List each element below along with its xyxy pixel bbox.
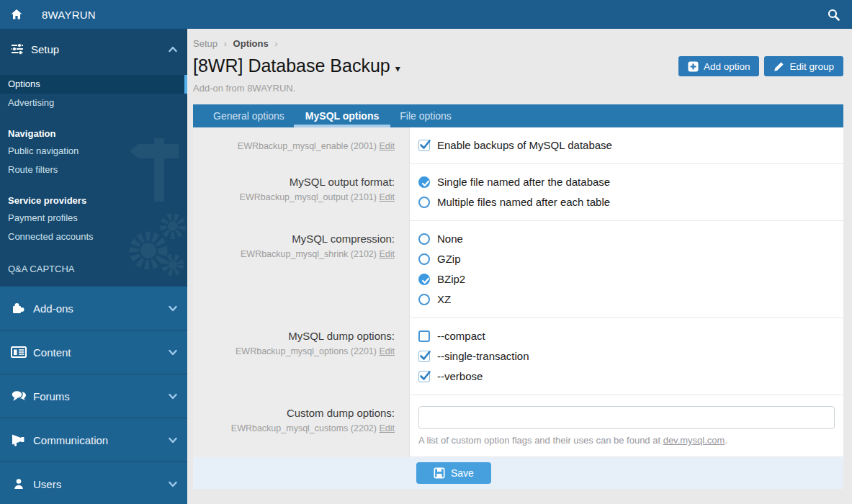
checkbox-icon [418, 351, 430, 362]
option-title: MySQL dump options: [200, 329, 395, 343]
chat-bubbles-icon [10, 390, 27, 402]
breadcrumb-setup[interactable]: Setup [193, 38, 218, 49]
sidebar-item-payment-profiles[interactable]: Payment profiles [0, 209, 187, 228]
row-control-compression: None GZip BZip2 XZ [409, 221, 843, 318]
sidebar-item-options[interactable]: Options [0, 75, 187, 94]
radio-icon [418, 233, 430, 245]
radio-bzip2[interactable]: BZip2 [418, 272, 835, 287]
title-dropdown-caret[interactable]: ▾ [395, 63, 400, 74]
sidebar-group-header: Service providers [0, 193, 187, 209]
sidebar-section-content[interactable]: Content [0, 330, 187, 374]
sidebar: Setup Options Advertising Navigation Pub… [0, 29, 187, 504]
option-label: --verbose [437, 369, 483, 384]
radio-xz[interactable]: XZ [418, 292, 835, 307]
radio-icon [418, 253, 430, 265]
edit-link[interactable]: Edit [379, 192, 395, 202]
option-title: MySQL output format: [200, 175, 395, 189]
option-title: MySQL compression: [200, 232, 395, 246]
edit-link[interactable]: Edit [379, 141, 395, 151]
person-icon [10, 477, 27, 490]
save-label: Save [451, 467, 474, 479]
breadcrumb-separator: › [224, 38, 227, 49]
sidebar-section-label: Content [33, 346, 169, 359]
sidebar-item-label: Options [8, 78, 40, 89]
custom-dump-options-input[interactable] [418, 406, 835, 429]
option-label: Enable backups of MySQL database [437, 138, 612, 153]
chevron-down-icon [169, 393, 177, 400]
option-code-text: EWRbackup_mysql_shrink (2102) [241, 249, 377, 259]
sidebar-item-connected-accounts[interactable]: Connected accounts [0, 228, 187, 246]
tab-mysql-options[interactable]: MySQL options [296, 104, 388, 127]
option-label: XZ [437, 292, 451, 307]
row-label-output-format: MySQL output format: EWRbackup_mysql_out… [193, 164, 409, 221]
option-label: None [437, 232, 463, 246]
sidebar-section-setup-header[interactable]: Setup [0, 29, 187, 69]
save-button[interactable]: Save [416, 462, 491, 484]
option-code: EWRbackup_mysql_enable (2001) Edit [200, 140, 395, 152]
breadcrumb-separator: › [274, 38, 277, 49]
custom-options-hint: A list of custom option flags and their … [418, 435, 835, 446]
option-label: BZip2 [437, 272, 465, 287]
dev-mysql-link[interactable]: dev.mysql.com [663, 435, 725, 446]
sidebar-group-captcha: Q&A CAPTCHA [0, 260, 187, 279]
edit-link[interactable]: Edit [379, 249, 395, 259]
sidebar-item-qa-captcha[interactable]: Q&A CAPTCHA [0, 260, 187, 279]
sidebar-section-label: Add-ons [33, 302, 169, 315]
edit-link[interactable]: Edit [379, 346, 395, 356]
add-option-button[interactable]: Add option [678, 56, 760, 76]
plus-square-icon [688, 61, 699, 72]
edit-link[interactable]: Edit [379, 423, 395, 433]
options-form: EWRbackup_mysql_enable (2001) Edit Enabl… [193, 127, 843, 489]
row-control-dump-options: --compact --single-transaction --verbose [409, 318, 843, 395]
option-code: EWRbackup_mysql_output (2101) Edit [200, 192, 395, 203]
radio-icon [418, 176, 430, 188]
checkbox-verbose[interactable]: --verbose [418, 369, 835, 384]
sidebar-item-route-filters[interactable]: Route filters [0, 161, 187, 179]
sidebar-item-label: Public navigation [8, 145, 79, 156]
home-button[interactable] [0, 0, 33, 29]
option-label: --single-transaction [437, 349, 529, 364]
option-label: Multiple files named after each table [437, 195, 610, 210]
sidebar-item-public-navigation[interactable]: Public navigation [0, 142, 187, 161]
sidebar-section-forums[interactable]: Forums [0, 374, 187, 418]
megaphone-icon [10, 433, 27, 446]
header-actions: Add option Edit group [673, 56, 843, 76]
tab-file-options[interactable]: File options [390, 104, 461, 127]
topbar: 8WAYRUN [0, 0, 852, 29]
row-control-output-format: Single file named after the database Mul… [409, 164, 843, 221]
radio-icon [418, 294, 430, 305]
main-content: Setup › Options › [8WR] Database Backup▾… [187, 29, 852, 504]
breadcrumb: Setup › Options › [193, 38, 843, 49]
checkbox-enable-backups[interactable]: Enable backups of MySQL database [418, 138, 835, 153]
sidebar-group-navigation: Navigation Public navigation Route filte… [0, 126, 187, 179]
breadcrumb-options[interactable]: Options [233, 38, 269, 49]
sidebar-section-label: Forums [33, 390, 169, 402]
setup-submenu: Options Advertising Navigation Public na… [0, 69, 187, 279]
home-icon [10, 8, 23, 21]
search-button[interactable] [815, 0, 852, 29]
add-option-label: Add option [704, 61, 750, 72]
page-title: [8WR] Database Backup▾ [193, 55, 673, 79]
tab-general-options[interactable]: General options [204, 104, 294, 127]
checkbox-single-transaction[interactable]: --single-transaction [418, 349, 835, 364]
option-code: EWRbackup_mysql_shrink (2102) Edit [200, 248, 395, 260]
tab-label: MySQL options [305, 110, 379, 122]
tab-label: File options [400, 110, 452, 122]
radio-none[interactable]: None [418, 232, 835, 246]
sidebar-section-communication[interactable]: Communication [0, 418, 187, 462]
radio-gzip[interactable]: GZip [418, 252, 835, 266]
edit-group-button[interactable]: Edit group [764, 56, 843, 76]
sidebar-item-advertising[interactable]: Advertising [0, 94, 187, 112]
floppy-disk-icon [434, 467, 445, 479]
radio-multiple-files[interactable]: Multiple files named after each table [418, 195, 835, 210]
row-control-custom-options: A list of custom option flags and their … [409, 395, 843, 457]
sidebar-section-add-ons[interactable]: Add-ons [0, 286, 187, 330]
checkbox-compact[interactable]: --compact [418, 329, 835, 343]
radio-single-file[interactable]: Single file named after the database [418, 175, 835, 189]
option-code-text: EWRbackup_mysql_output (2101) [240, 192, 377, 202]
tab-label: General options [213, 110, 284, 122]
row-label-custom-options: Custom dump options: EWRbackup_mysql_cus… [193, 395, 409, 457]
sidebar-section-users[interactable]: Users [0, 462, 187, 504]
site-title: 8WAYRUN [42, 9, 96, 21]
option-label: Single file named after the database [437, 175, 610, 189]
